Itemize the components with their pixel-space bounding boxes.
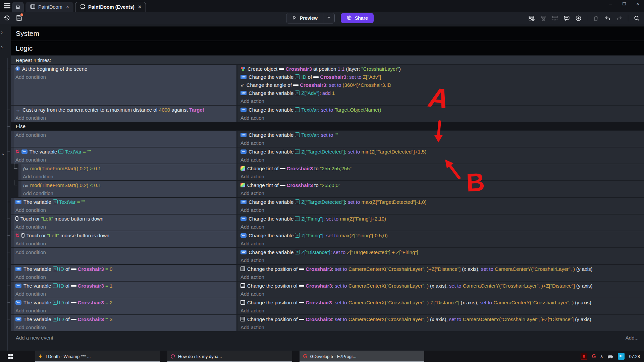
action[interactable]: VarChange the variable ≈Z["Adv"]: add 1 xyxy=(240,89,644,97)
taskbar-button[interactable]: f Death - Winamp *** ... xyxy=(35,351,160,362)
action[interactable]: Change the position of Crosshair3: set t… xyxy=(240,282,644,290)
action[interactable]: VarChange the variable ≈TextVar: set to … xyxy=(240,106,644,114)
tab-paintdoom[interactable]: PaintDoom× xyxy=(25,2,73,12)
add-subevent-icon[interactable] xyxy=(540,15,546,21)
close-button[interactable]: × xyxy=(636,1,639,6)
action[interactable]: VarChange the variable ≈Z["TargetDetecte… xyxy=(240,198,644,206)
preview-button[interactable]: Preview xyxy=(286,13,335,23)
group-header[interactable]: Logic xyxy=(11,41,644,55)
action[interactable]: VarChange the variable ≈Z["Firing"]: set… xyxy=(240,215,644,223)
gdevelop-tray-icon[interactable]: G xyxy=(592,353,596,359)
add-event-icon[interactable] xyxy=(528,15,535,21)
condition[interactable]: ƒωmod(TimeFromStart(),0.2) < 0.1 xyxy=(23,181,236,189)
action[interactable]: Change the position of Crosshair3: set t… xyxy=(240,315,644,323)
minimize-button[interactable]: – xyxy=(609,1,612,6)
repeat-event-header[interactable]: Repeat 4 times: xyxy=(11,56,644,64)
comment-icon[interactable] xyxy=(564,15,570,21)
preview-dropdown-button[interactable] xyxy=(323,13,334,23)
condition[interactable]: VarThe variable ≈ID of Crosshair3 = 1 xyxy=(15,282,236,290)
add-action-button[interactable]: Add action xyxy=(240,139,644,147)
tab-close-icon[interactable]: × xyxy=(138,4,141,10)
trash-icon[interactable] xyxy=(593,15,599,21)
volume-tray-icon[interactable] xyxy=(618,353,625,360)
add-action-button[interactable]: Add action xyxy=(240,97,644,105)
action[interactable]: ↙Change the angle of Crosshair3: set to … xyxy=(240,81,644,89)
search-icon[interactable] xyxy=(634,15,640,21)
condition[interactable]: ⇅Touch or "Left" mouse button is down xyxy=(15,231,236,239)
taskbar-button[interactable]: How do i fix my dyna... xyxy=(167,351,292,362)
add-condition-button[interactable]: Add condition xyxy=(15,156,236,164)
add-link-event-icon[interactable] xyxy=(552,15,558,21)
add-condition-button[interactable]: Add condition xyxy=(15,73,236,81)
condition[interactable]: VarThe variable ≈TextVar = "" xyxy=(15,198,236,206)
tray-chevron-up-icon[interactable]: ∧ xyxy=(600,354,603,359)
add-condition-button[interactable]: Add condition xyxy=(15,114,236,122)
redo-icon[interactable] xyxy=(616,15,623,21)
add-action-button[interactable]: Add action xyxy=(240,239,644,247)
tab-home[interactable] xyxy=(12,2,24,12)
action[interactable]: VarChange the variable ≈ID of Crosshair3… xyxy=(240,73,644,81)
add-action-button[interactable]: Add action xyxy=(240,256,644,264)
add-action-button[interactable]: Add action xyxy=(240,172,644,180)
event-group-row: ›System xyxy=(0,26,644,41)
maximize-button[interactable]: □ xyxy=(623,1,626,6)
action[interactable]: Create object Crosshair3 at position 1;1… xyxy=(240,65,644,73)
action[interactable]: VarChange the variable ≈Z["Firing"]: set… xyxy=(240,231,644,239)
add-condition-button[interactable]: Add condition xyxy=(23,189,236,197)
add-new-event-button[interactable]: Add a new event xyxy=(16,335,53,341)
undo-icon[interactable] xyxy=(604,15,611,21)
menu-icon[interactable] xyxy=(4,3,10,9)
action[interactable]: VarChange the variable ≈TextVar: set to … xyxy=(240,131,644,139)
action[interactable]: Change tint of Crosshair3 to "255;255;25… xyxy=(240,164,644,172)
condition[interactable]: VarThe variable ≈ID of Crosshair3 = 0 xyxy=(15,265,236,273)
tab-close-icon[interactable]: × xyxy=(66,4,69,10)
fold-chevron-down-icon[interactable]: ⌄ xyxy=(1,150,5,156)
condition[interactable]: VarThe variable ≈ID of Crosshair3 = 3 xyxy=(15,315,236,323)
add-circle-icon[interactable] xyxy=(575,15,582,21)
add-condition-button[interactable]: Add condition xyxy=(23,172,236,180)
condition[interactable]: ↔Cast a ray from the camera center to a … xyxy=(15,106,236,114)
add-condition-button[interactable]: Add condition xyxy=(15,131,236,139)
taskbar-clock[interactable]: 07:28 xyxy=(629,354,640,359)
gamepad-tray-icon[interactable] xyxy=(607,353,613,360)
add-action-button[interactable]: Add action xyxy=(240,306,644,314)
condition[interactable]: ▶At the beginning of the scene xyxy=(15,65,236,73)
condition[interactable]: ⇅VarThe variable ≈TextVar = "" xyxy=(15,147,236,156)
share-button[interactable]: Share xyxy=(341,13,374,23)
group-header[interactable]: System xyxy=(11,26,644,41)
save-icon[interactable] xyxy=(16,15,22,21)
taskbar-button[interactable]: GGDevelop 5 - E:\Progr... xyxy=(300,351,424,362)
add-action-button[interactable]: Add action xyxy=(240,273,644,281)
condition[interactable]: ƒωmod(TimeFromStart(),0.2) > 0.1 xyxy=(23,164,236,172)
add-condition-button[interactable]: Add condition xyxy=(15,239,236,247)
add-condition-button[interactable]: Add condition xyxy=(15,206,236,214)
add-action-button[interactable]: Add action xyxy=(240,156,644,164)
action[interactable]: Change the position of Crosshair3: set t… xyxy=(240,265,644,273)
add-condition-button[interactable]: Add condition xyxy=(15,323,236,331)
else-header[interactable]: Else xyxy=(11,122,644,130)
action[interactable]: VarChange the variable ≈Z["TargetDetecte… xyxy=(240,147,644,156)
add-condition-button[interactable]: Add condition xyxy=(15,248,236,256)
start-button[interactable] xyxy=(0,351,20,362)
tab-paintdoom-events-[interactable]: PaintDoom (Events)× xyxy=(75,2,146,12)
add-action-button[interactable]: Add action xyxy=(240,223,644,231)
fold-chevron-right-icon[interactable]: › xyxy=(1,44,3,49)
add-action-button[interactable]: Add action xyxy=(240,189,644,197)
history-icon[interactable] xyxy=(4,15,10,21)
condition[interactable]: VarThe variable ≈ID of Crosshair3 = 2 xyxy=(15,298,236,306)
action[interactable]: VarChange the variable ≈Z["Distance"]: s… xyxy=(240,248,644,256)
add-action-button[interactable]: Add action xyxy=(240,114,644,122)
add-condition-button[interactable]: Add condition xyxy=(15,306,236,314)
action[interactable]: Change the position of Crosshair3: set t… xyxy=(240,298,644,306)
add-condition-button[interactable]: Add condition xyxy=(15,290,236,298)
add-action-button[interactable]: Add action xyxy=(240,206,644,214)
action[interactable]: Change tint of Crosshair3 to "255;0;0" xyxy=(240,181,644,189)
add-condition-button[interactable]: Add condition xyxy=(15,273,236,281)
add-action-button[interactable]: Add action xyxy=(240,290,644,298)
fold-chevron-right-icon[interactable]: › xyxy=(1,29,3,35)
add-condition-button[interactable]: Add condition xyxy=(15,223,236,231)
add-action-button[interactable]: Add action xyxy=(240,323,644,331)
add-more-button[interactable]: Add... xyxy=(626,335,639,341)
condition[interactable]: Touch or "Left" mouse button is down xyxy=(15,215,236,223)
seven-seg-tray-icon[interactable]: 0 xyxy=(581,353,587,360)
